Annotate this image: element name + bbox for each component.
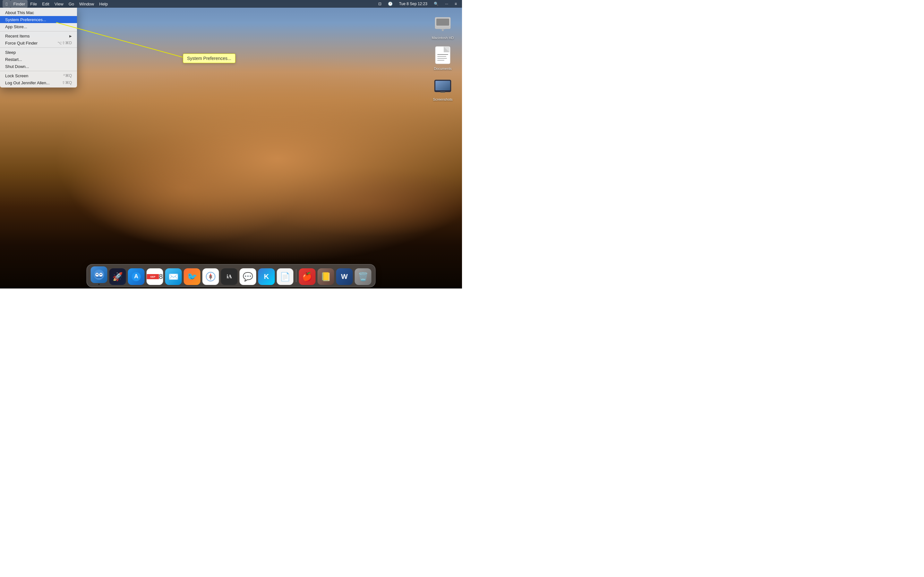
svg-rect-17: [440, 91, 445, 93]
menubar-help[interactable]: Help: [97, 0, 110, 8]
tooltip-annotation: System Preferences...: [183, 53, 236, 63]
dock-item-finder[interactable]: [91, 266, 107, 285]
iawriter-dock-icon: iA: [221, 268, 238, 285]
apple-menu-button[interactable]: : [3, 0, 11, 8]
trash-dock-icon: 🗑️: [355, 268, 372, 285]
menubar-file[interactable]: File: [27, 0, 39, 8]
menu-item-system-prefs[interactable]: System Preferences...: [0, 16, 77, 23]
menu-item-sleep[interactable]: Sleep: [0, 49, 77, 56]
safari-dock-icon: [202, 268, 219, 285]
menu-item-about[interactable]: About This Mac: [0, 9, 77, 16]
mail-dock-icon: ✉️: [165, 268, 182, 285]
menu-item-recent-items[interactable]: Recent Items ▶: [0, 32, 77, 39]
svg-point-18: [94, 269, 104, 280]
apple-menu-dropdown: About This Mac System Preferences... App…: [0, 8, 77, 87]
desktop:  Finder File Edit View Go Window Help ⊡…: [0, 0, 462, 288]
menubar-search-icon[interactable]: 🔍: [431, 0, 441, 8]
force-quit-shortcut: ⌥⇧⌘D: [57, 41, 72, 45]
desktop-icon-screenshots[interactable]: Screenshots: [430, 74, 456, 103]
menu-item-force-quit[interactable]: Force Quit Finder ⌥⇧⌘D: [0, 39, 77, 47]
finder-active-dot: [99, 284, 100, 285]
svg-rect-13: [437, 60, 444, 61]
notebooks-dock-icon: 📄: [277, 268, 294, 285]
menubar-window[interactable]: Window: [77, 0, 97, 8]
menubar-right: ⊡ 🕐 Tue 8 Sep 12:23 🔍 ··· ≡: [376, 0, 459, 8]
svg-rect-11: [437, 56, 446, 57]
svg-rect-10: [437, 54, 448, 55]
dock-item-keka[interactable]: K: [258, 268, 275, 285]
dock-item-notebooks[interactable]: 📄: [277, 268, 294, 285]
word-dock-icon: W: [336, 268, 353, 285]
menubar-display-icon[interactable]: ⊡: [376, 0, 384, 8]
svg-rect-12: [437, 58, 447, 59]
slack-dock-icon: 💬: [240, 268, 256, 285]
dock-item-slack[interactable]: 💬: [240, 268, 256, 285]
macintosh-hd-label: Macintosh HD: [431, 36, 454, 40]
menubar-clock[interactable]: Tue 8 Sep 12:23: [397, 0, 430, 8]
svg-rect-3: [436, 19, 449, 26]
keka-dock-icon: K: [258, 268, 275, 285]
menu-item-lock-screen[interactable]: Lock Screen ^⌘Q: [0, 72, 77, 79]
mela-dock-icon: 🍎: [299, 268, 316, 285]
dock-item-rocket[interactable]: 🚀: [110, 268, 126, 285]
menubar-app-name[interactable]: Finder: [11, 0, 27, 8]
menu-separator-1: [0, 31, 77, 31]
svg-point-5: [442, 29, 444, 31]
dock-item-appstore[interactable]: A: [128, 268, 145, 285]
svg-point-21: [97, 274, 98, 275]
menu-item-log-out[interactable]: Log Out Jennifer Allen... ⇧⌘Q: [0, 79, 77, 86]
menubar-time-machine-icon[interactable]: 🕐: [385, 0, 395, 8]
rocket-dock-icon: 🚀: [110, 268, 126, 285]
menubar-left:  Finder File Edit View Go Window Help: [3, 0, 376, 8]
menubar-list-icon[interactable]: ≡: [452, 0, 459, 8]
menubar-go[interactable]: Go: [66, 0, 77, 8]
desktop-icons: Macintosh HD Documents: [430, 13, 456, 103]
dock-item-safari[interactable]: [202, 268, 219, 285]
macintosh-hd-icon: [433, 14, 453, 35]
menu-item-shut-down[interactable]: Shut Down...: [0, 63, 77, 70]
dock-item-mela[interactable]: 🍎: [299, 268, 316, 285]
svg-point-22: [100, 274, 102, 275]
svg-text:A: A: [134, 273, 138, 279]
svg-rect-6: [440, 29, 445, 29]
dock: 🚀 A SEP 8: [87, 264, 376, 287]
desktop-icon-macintosh-hd[interactable]: Macintosh HD: [430, 13, 456, 41]
notebooks2-dock-icon: 📒: [318, 268, 334, 285]
menubar:  Finder File Edit View Go Window Help ⊡…: [0, 0, 462, 8]
documents-icon: [433, 45, 453, 65]
svg-rect-4: [436, 26, 450, 29]
menubar-view[interactable]: View: [52, 0, 66, 8]
menubar-notification-icon[interactable]: ···: [443, 0, 451, 8]
log-out-shortcut: ⇧⌘Q: [62, 81, 72, 85]
dock-item-trash[interactable]: 🗑️: [355, 268, 372, 285]
svg-rect-16: [435, 81, 450, 90]
calendar-dock-icon: SEP 8: [147, 268, 163, 285]
dock-item-calendar[interactable]: SEP 8: [147, 268, 163, 285]
dock-item-notebooks2[interactable]: 📒: [318, 268, 334, 285]
dock-item-mail[interactable]: ✉️: [165, 268, 182, 285]
appstore-dock-icon: A: [128, 268, 145, 285]
menu-item-app-store[interactable]: App Store...: [0, 23, 77, 30]
finder-dock-icon: [91, 266, 107, 283]
screenshots-icon: [433, 76, 453, 96]
menu-item-restart[interactable]: Restart...: [0, 56, 77, 63]
menubar-edit[interactable]: Edit: [39, 0, 52, 8]
documents-label: Documents: [434, 67, 452, 71]
desktop-icon-documents[interactable]: Documents: [430, 44, 456, 72]
dock-item-iawriter[interactable]: iA: [221, 268, 238, 285]
dock-item-word[interactable]: W: [336, 268, 353, 285]
tweetbot-dock-icon: 🐦: [184, 268, 200, 285]
recent-items-arrow-icon: ▶: [69, 34, 72, 38]
screenshots-label: Screenshots: [433, 97, 452, 101]
dock-item-tweetbot[interactable]: 🐦: [184, 268, 200, 285]
menu-separator-2: [0, 47, 77, 48]
lock-screen-shortcut: ^⌘Q: [63, 73, 72, 78]
